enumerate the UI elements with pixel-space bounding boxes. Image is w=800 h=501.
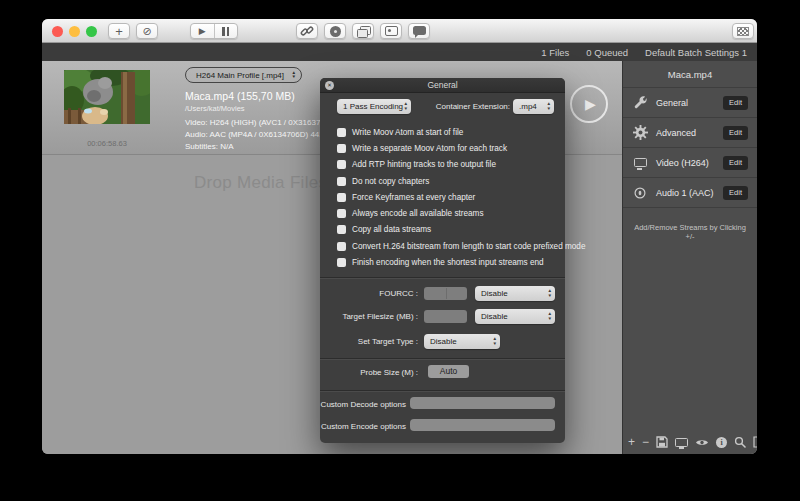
custom-encode-label: Custom Encode options bbox=[320, 422, 406, 431]
target-filesize-label: Target Filesize (MB) : bbox=[320, 312, 418, 321]
checkbox-row[interactable]: Write a separate Moov Atom for each trac… bbox=[337, 140, 557, 156]
pause-encoding-button[interactable] bbox=[214, 24, 238, 38]
sidebar-item-general[interactable]: General Edit bbox=[623, 88, 757, 118]
search-button[interactable] bbox=[734, 436, 746, 448]
container-extension-select[interactable]: .mp4 ▲▼ bbox=[513, 99, 554, 114]
custom-encode-row: Custom Encode options bbox=[320, 419, 565, 432]
file-thumbnail bbox=[64, 70, 150, 124]
log-button[interactable] bbox=[753, 436, 757, 448]
pattern-button[interactable] bbox=[732, 23, 754, 39]
checkbox-row[interactable]: Finish encoding when the shortest input … bbox=[337, 254, 557, 270]
add-stream-button[interactable]: + bbox=[628, 435, 635, 449]
fourcc-row: FOURCC : Disable ▲▼ bbox=[320, 286, 565, 301]
checkbox[interactable] bbox=[337, 193, 346, 202]
checkbox-row[interactable]: Convert H.264 bitstream from length to s… bbox=[337, 238, 557, 254]
sidebar-file-title: Maca.mp4 bbox=[623, 61, 757, 88]
batch-layers-icon bbox=[357, 26, 369, 36]
target-filesize-mode-select[interactable]: Disable ▲▼ bbox=[475, 309, 555, 324]
preset-select[interactable]: H264 Main Profile [.mp4] ▲▼ bbox=[185, 67, 302, 83]
preview-button[interactable] bbox=[695, 438, 709, 447]
start-encoding-button[interactable]: ▶ bbox=[191, 24, 214, 38]
fourcc-label: FOURCC : bbox=[320, 289, 418, 298]
checkbox-row[interactable]: Add RTP hinting tracks to the output fil… bbox=[337, 157, 557, 173]
info-icon bbox=[716, 437, 727, 448]
target-filesize-field[interactable] bbox=[424, 310, 467, 323]
preview-play-button[interactable]: ▶ bbox=[570, 85, 608, 123]
batch-settings-label[interactable]: Default Batch Settings 1 bbox=[645, 47, 747, 58]
remove-stream-button[interactable]: − bbox=[642, 435, 649, 449]
stepper-icon: ▲▼ bbox=[403, 102, 408, 110]
search-icon bbox=[734, 436, 746, 448]
checkbox[interactable] bbox=[337, 128, 346, 137]
probe-size-row: Probe Size (M) : Auto bbox=[320, 365, 565, 380]
checkbox[interactable] bbox=[337, 160, 346, 169]
plus-icon: + bbox=[115, 25, 123, 38]
checkbox-row[interactable]: Copy all data streams bbox=[337, 222, 557, 238]
close-icon[interactable]: ✕ bbox=[325, 81, 334, 90]
fourcc-field[interactable] bbox=[424, 287, 467, 300]
disc-icon bbox=[330, 26, 341, 37]
transport-segmented-control: ▶ bbox=[190, 23, 238, 39]
stepper-icon: ▲▼ bbox=[547, 289, 552, 297]
sidebar-item-audio[interactable]: Audio 1 (AAC) Edit bbox=[623, 178, 757, 208]
checkbox[interactable] bbox=[337, 177, 346, 186]
add-file-button[interactable]: + bbox=[108, 23, 130, 39]
checkbox[interactable] bbox=[337, 258, 346, 267]
link-icon bbox=[300, 24, 314, 38]
fourcc-mode-select[interactable]: Disable ▲▼ bbox=[475, 286, 555, 301]
checkbox-row[interactable]: Do not copy chapters bbox=[337, 173, 557, 189]
checkbox-row[interactable]: Write Moov Atom at start of file bbox=[337, 124, 557, 140]
checkbox-row[interactable]: Always encode all available streams bbox=[337, 205, 557, 221]
checkbox-row[interactable]: Force Keyframes at every chapter bbox=[337, 189, 557, 205]
dialog-header: ✕ General bbox=[320, 78, 565, 93]
set-target-type-row: Set Target Type : Disable ▲▼ bbox=[320, 334, 565, 349]
edit-advanced-button[interactable]: Edit bbox=[723, 126, 748, 140]
divider bbox=[320, 277, 565, 279]
minus-icon: − bbox=[642, 435, 649, 449]
divider bbox=[320, 390, 565, 392]
settings-sidebar: Maca.mp4 General Edit bbox=[622, 61, 757, 454]
sidebar-item-advanced[interactable]: Advanced Edit bbox=[623, 118, 757, 148]
set-target-type-select[interactable]: Disable ▲▼ bbox=[424, 334, 500, 349]
pass-encoding-select[interactable]: 1 Pass Encoding ▲▼ bbox=[337, 99, 411, 114]
batch-button[interactable] bbox=[352, 23, 374, 39]
sidebar-item-label: Video (H264) bbox=[656, 158, 723, 168]
checkbox[interactable] bbox=[337, 225, 346, 234]
close-window-button[interactable] bbox=[52, 26, 63, 37]
edit-general-button[interactable]: Edit bbox=[723, 96, 748, 110]
sidebar-item-video[interactable]: Video (H264) Edit bbox=[623, 148, 757, 178]
sidebar-hint: Add/Remove Streams by Clicking +/- bbox=[623, 223, 757, 241]
file-name: Maca.mp4 (155,70 MB) bbox=[185, 90, 295, 102]
zoom-window-button[interactable] bbox=[86, 26, 97, 37]
display-icon bbox=[632, 158, 648, 167]
status-bar: 1 Files 0 Queued Default Batch Settings … bbox=[42, 43, 757, 61]
disc-button[interactable] bbox=[324, 23, 346, 39]
custom-decode-input[interactable] bbox=[410, 397, 555, 409]
display-button[interactable] bbox=[675, 438, 688, 447]
stepper-icon: ▲▼ bbox=[547, 312, 552, 320]
link-button[interactable] bbox=[296, 23, 318, 39]
info-button[interactable] bbox=[716, 437, 727, 448]
checkbox[interactable] bbox=[337, 144, 346, 153]
file-duration: 00:06:58.63 bbox=[64, 139, 150, 148]
chat-button[interactable] bbox=[408, 23, 430, 39]
snapshot-button[interactable] bbox=[380, 23, 402, 39]
sidebar-toolbar: + − bbox=[623, 432, 757, 452]
custom-encode-input[interactable] bbox=[410, 419, 555, 431]
minimize-window-button[interactable] bbox=[69, 26, 80, 37]
checkbox[interactable] bbox=[337, 242, 346, 251]
custom-decode-label: Custom Decode options bbox=[320, 400, 406, 409]
dialog-checkbox-list: Write Moov Atom at start of file Write a… bbox=[337, 124, 557, 271]
edit-audio-button[interactable]: Edit bbox=[723, 186, 748, 200]
sidebar-item-label: Advanced bbox=[656, 128, 723, 138]
play-icon: ▶ bbox=[585, 96, 596, 112]
pause-icon bbox=[222, 27, 229, 36]
screenshot-stage: + ⊘ ▶ bbox=[0, 0, 800, 501]
save-button[interactable] bbox=[656, 436, 668, 448]
subtitles-info: Subtitles: N/A bbox=[185, 142, 233, 151]
cancel-encoding-button[interactable]: ⊘ bbox=[136, 23, 158, 39]
edit-video-button[interactable]: Edit bbox=[723, 156, 748, 170]
probe-size-auto-button[interactable]: Auto bbox=[428, 365, 469, 378]
checkbox[interactable] bbox=[337, 209, 346, 218]
chat-icon bbox=[413, 26, 426, 35]
